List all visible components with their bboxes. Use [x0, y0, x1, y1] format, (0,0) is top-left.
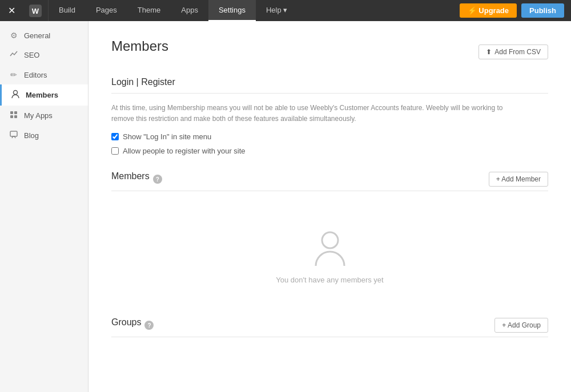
- upgrade-button[interactable]: ⚡ Upgrade: [460, 3, 517, 18]
- add-group-button[interactable]: + Add Group: [494, 318, 548, 333]
- sidebar-label-blog: Blog: [24, 131, 39, 140]
- sidebar-item-blog[interactable]: Blog: [0, 126, 88, 146]
- login-section-title: Login | Register: [111, 77, 548, 87]
- add-from-csv-button[interactable]: ⬆ Add From CSV: [478, 45, 548, 59]
- sidebar-label-myapps: My Apps: [24, 111, 53, 120]
- show-login-row: Show "Log In" in site menu: [111, 132, 548, 141]
- sidebar-item-myapps[interactable]: My Apps: [0, 106, 88, 126]
- show-login-checkbox[interactable]: [111, 133, 119, 140]
- divider-members: [111, 191, 548, 191]
- allow-register-label[interactable]: Allow people to register with your site: [123, 147, 246, 155]
- weebly-logo[interactable]: W: [23, 0, 49, 21]
- members-title-group: Members ?: [111, 171, 162, 187]
- person-icon: [11, 90, 20, 100]
- svg-point-8: [322, 232, 338, 248]
- allow-register-checkbox[interactable]: [111, 147, 119, 155]
- nav-theme[interactable]: Theme: [127, 0, 171, 21]
- groups-section: Groups ? + Add Group: [111, 317, 548, 337]
- blog-icon: [9, 131, 18, 140]
- groups-help-icon[interactable]: ?: [144, 321, 154, 330]
- divider-groups: [111, 337, 548, 337]
- svg-rect-6: [14, 115, 17, 118]
- gear-icon: ⚙: [9, 31, 18, 40]
- svg-point-2: [14, 91, 18, 95]
- title-row: Members ⬆ Add From CSV: [111, 38, 548, 66]
- add-csv-label: Add From CSV: [494, 48, 541, 56]
- seo-icon: [9, 50, 18, 60]
- nav-apps[interactable]: Apps: [171, 0, 208, 21]
- csv-icon: ⬆: [486, 48, 492, 56]
- sidebar-label-seo: SEO: [24, 51, 39, 59]
- apps-icon: [9, 111, 18, 120]
- sidebar-item-general[interactable]: ⚙ General: [0, 26, 88, 45]
- svg-rect-3: [10, 111, 13, 114]
- members-section: Members ? + Add Member You don't have an…: [111, 171, 548, 301]
- members-empty-text: You don't have any members yet: [276, 276, 383, 284]
- empty-person-icon: [313, 229, 347, 269]
- allow-register-row: Allow people to register with your site: [111, 147, 548, 155]
- sidebar: ⚙ General SEO ✏ Editors Members: [0, 21, 89, 392]
- sidebar-label-general: General: [24, 31, 50, 40]
- sidebar-item-editors[interactable]: ✏ Editors: [0, 65, 88, 84]
- nav-help[interactable]: Help ▾: [256, 0, 297, 21]
- sidebar-item-members[interactable]: Members: [0, 84, 88, 106]
- groups-title-group: Groups ?: [111, 317, 154, 333]
- close-button[interactable]: ✕: [0, 0, 23, 21]
- content-area: Members ⬆ Add From CSV Login | Register …: [89, 21, 571, 392]
- nav-settings[interactable]: Settings: [208, 0, 256, 21]
- add-member-button[interactable]: + Add Member: [489, 172, 548, 187]
- groups-section-title: Groups: [111, 317, 141, 328]
- members-help-icon[interactable]: ?: [153, 175, 162, 184]
- show-login-label[interactable]: Show "Log In" in site menu: [123, 132, 211, 141]
- sidebar-label-members: Members: [26, 91, 58, 99]
- nav-pages[interactable]: Pages: [86, 0, 127, 21]
- publish-button[interactable]: Publish: [521, 3, 564, 18]
- pencil-icon: ✏: [9, 70, 18, 79]
- login-register-section: Login | Register At this time, using Mem…: [111, 77, 548, 155]
- members-section-header: Members ? + Add Member: [111, 171, 548, 187]
- svg-text:W: W: [32, 7, 39, 15]
- svg-rect-5: [10, 115, 13, 118]
- nav-build[interactable]: Build: [49, 0, 86, 21]
- page-title: Members: [111, 38, 168, 54]
- svg-rect-4: [14, 111, 17, 114]
- top-navigation: ✕ W Build Pages Theme Apps Settings Help…: [0, 0, 571, 21]
- divider-login: [111, 93, 548, 94]
- sidebar-item-seo[interactable]: SEO: [0, 45, 88, 65]
- members-empty-state: You don't have any members yet: [111, 200, 548, 301]
- sidebar-label-editors: Editors: [24, 71, 47, 79]
- svg-rect-7: [10, 131, 17, 136]
- main-layout: ⚙ General SEO ✏ Editors Members: [0, 21, 571, 392]
- login-info-text: At this time, using Membership means you…: [111, 103, 522, 124]
- nav-links: Build Pages Theme Apps Settings Help ▾: [49, 0, 453, 21]
- groups-section-header: Groups ? + Add Group: [111, 317, 548, 333]
- nav-right: ⚡ Upgrade Publish: [453, 3, 571, 18]
- members-section-title: Members: [111, 171, 150, 181]
